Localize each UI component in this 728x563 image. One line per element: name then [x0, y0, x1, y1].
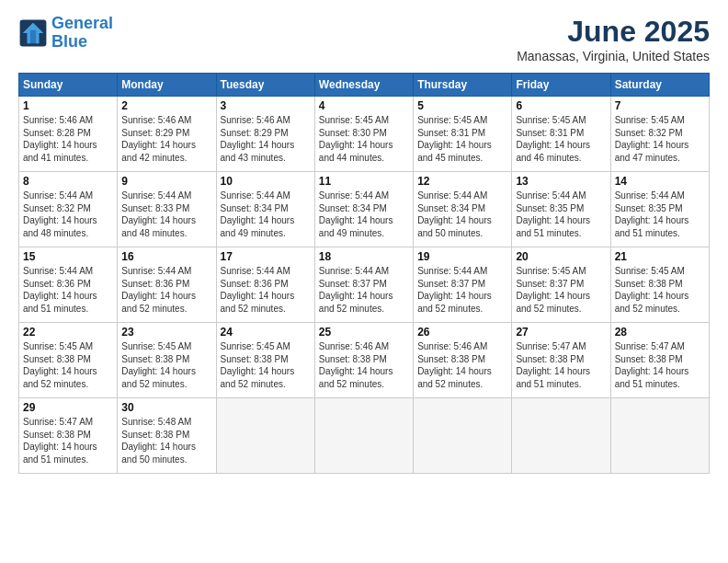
day-info: Sunrise: 5:44 AMSunset: 8:34 PMDaylight:… [221, 190, 311, 239]
table-cell: 24Sunrise: 5:45 AMSunset: 8:38 PMDayligh… [216, 323, 314, 398]
day-info: Sunrise: 5:45 AMSunset: 8:38 PMDaylight:… [221, 340, 311, 390]
day-info: Sunrise: 5:45 AMSunset: 8:38 PMDaylight:… [23, 340, 113, 390]
calendar-week-row: 29Sunrise: 5:47 AMSunset: 8:38 PMDayligh… [19, 398, 710, 474]
month-title: June 2025 [517, 15, 710, 49]
day-number: 27 [516, 326, 606, 339]
day-number: 11 [319, 175, 409, 188]
day-info: Sunrise: 5:44 AMSunset: 8:36 PMDaylight:… [23, 265, 113, 315]
header-wednesday: Wednesday [314, 74, 413, 97]
logo-icon [18, 18, 48, 48]
table-cell: 3Sunrise: 5:46 AMSunset: 8:29 PMDaylight… [216, 97, 314, 172]
day-number: 21 [615, 250, 705, 263]
table-cell: 26Sunrise: 5:46 AMSunset: 8:38 PMDayligh… [414, 323, 512, 398]
day-number: 12 [417, 175, 507, 188]
calendar-week-row: 22Sunrise: 5:45 AMSunset: 8:38 PMDayligh… [19, 323, 710, 398]
table-cell: 5Sunrise: 5:45 AMSunset: 8:31 PMDaylight… [414, 97, 512, 172]
day-info: Sunrise: 5:44 AMSunset: 8:36 PMDaylight:… [121, 265, 211, 315]
day-info: Sunrise: 5:44 AMSunset: 8:34 PMDaylight:… [319, 190, 409, 239]
day-number: 28 [615, 326, 705, 339]
day-number: 5 [417, 99, 507, 112]
table-cell: 2Sunrise: 5:46 AMSunset: 8:29 PMDaylight… [118, 97, 216, 172]
day-number: 6 [516, 99, 606, 112]
day-number: 19 [417, 250, 507, 263]
table-cell: 21Sunrise: 5:45 AMSunset: 8:38 PMDayligh… [610, 247, 709, 323]
day-info: Sunrise: 5:44 AMSunset: 8:35 PMDaylight:… [615, 190, 705, 239]
day-number: 10 [221, 175, 311, 188]
weekday-header-row: Sunday Monday Tuesday Wednesday Thursday… [19, 74, 710, 97]
table-cell: 12Sunrise: 5:44 AMSunset: 8:34 PMDayligh… [414, 172, 512, 247]
day-number: 26 [417, 326, 507, 339]
day-info: Sunrise: 5:47 AMSunset: 8:38 PMDaylight:… [516, 340, 606, 390]
table-cell: 30Sunrise: 5:48 AMSunset: 8:38 PMDayligh… [118, 398, 216, 474]
day-info: Sunrise: 5:46 AMSunset: 8:38 PMDaylight:… [417, 340, 507, 390]
table-cell: 19Sunrise: 5:44 AMSunset: 8:37 PMDayligh… [414, 247, 512, 323]
day-number: 16 [121, 250, 211, 263]
calendar-week-row: 8Sunrise: 5:44 AMSunset: 8:32 PMDaylight… [19, 172, 710, 247]
table-cell: 16Sunrise: 5:44 AMSunset: 8:36 PMDayligh… [118, 247, 216, 323]
day-number: 9 [121, 175, 211, 188]
table-cell [216, 398, 314, 474]
table-cell: 23Sunrise: 5:45 AMSunset: 8:38 PMDayligh… [118, 323, 216, 398]
calendar-table: Sunday Monday Tuesday Wednesday Thursday… [18, 73, 710, 474]
day-number: 24 [221, 326, 311, 339]
title-section: June 2025 Manassas, Virginia, United Sta… [517, 15, 710, 63]
day-info: Sunrise: 5:45 AMSunset: 8:31 PMDaylight:… [417, 114, 507, 164]
day-info: Sunrise: 5:46 AMSunset: 8:38 PMDaylight:… [319, 340, 409, 390]
header: General Blue June 2025 Manassas, Virgini… [18, 15, 710, 63]
day-number: 8 [23, 175, 113, 188]
day-info: Sunrise: 5:44 AMSunset: 8:36 PMDaylight:… [221, 265, 311, 315]
day-info: Sunrise: 5:47 AMSunset: 8:38 PMDaylight:… [23, 416, 113, 465]
table-cell: 25Sunrise: 5:46 AMSunset: 8:38 PMDayligh… [314, 323, 413, 398]
day-info: Sunrise: 5:44 AMSunset: 8:34 PMDaylight:… [417, 190, 507, 239]
day-number: 4 [319, 99, 409, 112]
table-cell: 14Sunrise: 5:44 AMSunset: 8:35 PMDayligh… [610, 172, 709, 247]
day-info: Sunrise: 5:44 AMSunset: 8:33 PMDaylight:… [121, 190, 211, 239]
table-cell [512, 398, 610, 474]
table-cell: 20Sunrise: 5:45 AMSunset: 8:37 PMDayligh… [512, 247, 610, 323]
day-info: Sunrise: 5:44 AMSunset: 8:37 PMDaylight:… [417, 265, 507, 315]
table-cell: 17Sunrise: 5:44 AMSunset: 8:36 PMDayligh… [216, 247, 314, 323]
day-info: Sunrise: 5:44 AMSunset: 8:35 PMDaylight:… [516, 190, 606, 239]
day-number: 17 [221, 250, 311, 263]
day-info: Sunrise: 5:46 AMSunset: 8:29 PMDaylight:… [121, 114, 211, 164]
day-number: 20 [516, 250, 606, 263]
day-info: Sunrise: 5:44 AMSunset: 8:37 PMDaylight:… [319, 265, 409, 315]
table-cell: 9Sunrise: 5:44 AMSunset: 8:33 PMDaylight… [118, 172, 216, 247]
day-number: 23 [121, 326, 211, 339]
day-info: Sunrise: 5:44 AMSunset: 8:32 PMDaylight:… [23, 190, 113, 239]
day-number: 30 [121, 401, 211, 414]
day-number: 18 [319, 250, 409, 263]
day-info: Sunrise: 5:45 AMSunset: 8:32 PMDaylight:… [615, 114, 705, 164]
table-cell: 28Sunrise: 5:47 AMSunset: 8:38 PMDayligh… [610, 323, 709, 398]
day-info: Sunrise: 5:48 AMSunset: 8:38 PMDaylight:… [121, 416, 211, 465]
header-monday: Monday [118, 74, 216, 97]
calendar-week-row: 15Sunrise: 5:44 AMSunset: 8:36 PMDayligh… [19, 247, 710, 323]
day-info: Sunrise: 5:46 AMSunset: 8:28 PMDaylight:… [23, 114, 113, 164]
header-sunday: Sunday [19, 74, 118, 97]
day-number: 14 [615, 175, 705, 188]
table-cell: 11Sunrise: 5:44 AMSunset: 8:34 PMDayligh… [314, 172, 413, 247]
day-info: Sunrise: 5:45 AMSunset: 8:30 PMDaylight:… [319, 114, 409, 164]
day-info: Sunrise: 5:46 AMSunset: 8:29 PMDaylight:… [221, 114, 311, 164]
day-number: 15 [23, 250, 113, 263]
table-cell [414, 398, 512, 474]
day-info: Sunrise: 5:45 AMSunset: 8:31 PMDaylight:… [516, 114, 606, 164]
table-cell: 4Sunrise: 5:45 AMSunset: 8:30 PMDaylight… [314, 97, 413, 172]
table-cell: 13Sunrise: 5:44 AMSunset: 8:35 PMDayligh… [512, 172, 610, 247]
header-friday: Friday [512, 74, 610, 97]
page: General Blue June 2025 Manassas, Virgini… [0, 0, 728, 563]
day-number: 13 [516, 175, 606, 188]
header-thursday: Thursday [414, 74, 512, 97]
table-cell [610, 398, 709, 474]
day-number: 1 [23, 99, 113, 112]
table-cell: 18Sunrise: 5:44 AMSunset: 8:37 PMDayligh… [314, 247, 413, 323]
day-number: 2 [121, 99, 211, 112]
header-saturday: Saturday [610, 74, 709, 97]
day-info: Sunrise: 5:45 AMSunset: 8:37 PMDaylight:… [516, 265, 606, 315]
table-cell: 22Sunrise: 5:45 AMSunset: 8:38 PMDayligh… [19, 323, 118, 398]
table-cell: 15Sunrise: 5:44 AMSunset: 8:36 PMDayligh… [19, 247, 118, 323]
logo-text: General Blue [51, 15, 113, 52]
table-cell: 29Sunrise: 5:47 AMSunset: 8:38 PMDayligh… [19, 398, 118, 474]
day-info: Sunrise: 5:45 AMSunset: 8:38 PMDaylight:… [121, 340, 211, 390]
table-cell: 1Sunrise: 5:46 AMSunset: 8:28 PMDaylight… [19, 97, 118, 172]
